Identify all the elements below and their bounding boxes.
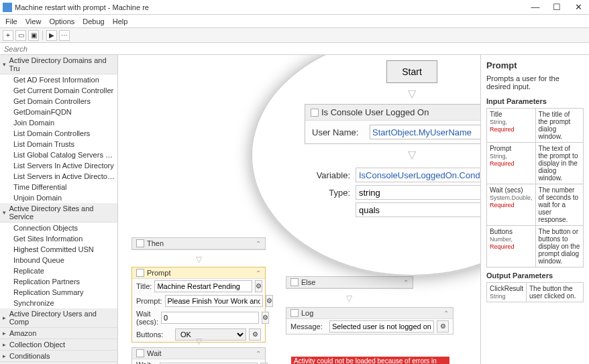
sidebar-item[interactable]: Get Current Domain Controller bbox=[0, 85, 117, 96]
isconsoleuser-block[interactable]: Is Console User Logged On⌃ User Name:🔗 bbox=[305, 104, 480, 144]
group-label: Active Directory Domains and Tru bbox=[9, 56, 115, 72]
collapse-icon[interactable]: ⌃ bbox=[443, 310, 449, 317]
group-label: Active Directory Users and Comp bbox=[9, 310, 115, 326]
sidebar-item[interactable]: Get AD Forest Information bbox=[0, 74, 117, 85]
close-button[interactable]: ✕ bbox=[570, 2, 586, 12]
required-tag: Required bbox=[490, 160, 515, 167]
sidebar-item[interactable]: Time Differential bbox=[0, 182, 117, 192]
variable-input[interactable] bbox=[356, 168, 480, 182]
window-icon[interactable]: ▭ bbox=[15, 30, 26, 41]
sidebar-item[interactable]: Inbound Queue bbox=[0, 255, 117, 265]
sidebar-item[interactable]: List Servers in Active Directory by bbox=[0, 171, 117, 182]
magnifier-lens: Start ▽ Is Console User Logged On⌃ User … bbox=[251, 55, 480, 276]
sidebar-group[interactable]: ▾Active Directory Sites and Service bbox=[0, 203, 117, 223]
expand-icon[interactable]: ▾ bbox=[3, 61, 9, 68]
play-icon[interactable]: ▶ bbox=[46, 30, 57, 41]
param-name: ClickResult bbox=[490, 285, 523, 292]
sidebar-item[interactable]: List Domain Controllers bbox=[0, 128, 117, 139]
minimize-button[interactable]: — bbox=[527, 2, 543, 12]
log-head: Log bbox=[301, 309, 313, 317]
collapse-icon[interactable]: ⌃ bbox=[256, 350, 261, 357]
sidebar-item[interactable]: Replication Partners bbox=[0, 276, 117, 287]
sidebar-item[interactable]: Join Domain bbox=[0, 117, 117, 128]
link-icon[interactable]: ⚙ bbox=[262, 312, 269, 324]
sidebar-item[interactable]: Get Domain Controllers bbox=[0, 96, 117, 107]
link-icon[interactable]: ⚙ bbox=[437, 320, 449, 332]
link-icon[interactable]: ⚙ bbox=[255, 280, 262, 292]
prompt-input[interactable] bbox=[165, 295, 263, 307]
input-params-head: Input Parameters bbox=[486, 97, 584, 105]
menu-file[interactable]: File bbox=[1, 17, 21, 25]
param-desc: The title of the prompt dialog window. bbox=[535, 109, 583, 143]
plus-icon[interactable]: + bbox=[3, 30, 13, 41]
sidebar-item[interactable]: Synchronize bbox=[0, 298, 117, 308]
sidebar-group[interactable]: ▸Conditionals bbox=[0, 351, 117, 362]
sidebar-item[interactable]: Get Sites Information bbox=[0, 233, 117, 244]
props-title: Prompt bbox=[486, 60, 584, 70]
variable-label: Variable: bbox=[307, 170, 350, 180]
expand-icon[interactable]: ▾ bbox=[3, 209, 9, 216]
more-icon[interactable]: ⋯ bbox=[59, 30, 70, 41]
condition-block[interactable]: Variable: Type: bbox=[305, 166, 480, 219]
expand-icon[interactable]: ▸ bbox=[3, 314, 9, 321]
param-desc: The button the user clicked on. bbox=[527, 283, 584, 302]
prompt-block[interactable]: Prompt⌃ Title:⚙ Prompt:⚙ Wait (secs):⚙ B… bbox=[131, 267, 266, 343]
sidebar-item[interactable]: Connection Objects bbox=[0, 223, 117, 233]
waitsecs-label: Wait (secs): bbox=[136, 310, 158, 326]
activity-icon bbox=[311, 109, 319, 117]
sidebar-group[interactable]: ▸Amazon bbox=[0, 328, 117, 339]
wait-input[interactable] bbox=[161, 312, 259, 324]
type-input[interactable] bbox=[356, 185, 480, 200]
sidebar-group[interactable]: ▾Active Directory Domains and Tru bbox=[0, 55, 117, 74]
menu-view[interactable]: View bbox=[21, 17, 46, 25]
else-block[interactable]: Else⌃ bbox=[286, 276, 413, 289]
group-label: Conditionals bbox=[9, 352, 50, 360]
group-label: Amazon bbox=[9, 329, 36, 337]
group-label: Active Directory Sites and Service bbox=[9, 204, 115, 221]
wait-head: Wait bbox=[147, 349, 162, 357]
sidebar-group[interactable]: ▸Collection Object bbox=[0, 339, 117, 351]
sidebar-item[interactable]: List Global Catalog Servers Inform bbox=[0, 149, 117, 160]
quals-input[interactable] bbox=[356, 202, 480, 217]
link-icon[interactable]: ⚙ bbox=[266, 295, 273, 307]
expand-icon[interactable]: ▸ bbox=[3, 353, 9, 359]
username-input[interactable] bbox=[370, 125, 480, 139]
maximize-button[interactable]: ☐ bbox=[549, 2, 565, 12]
sidebar-item[interactable]: Highest Committed USN bbox=[0, 244, 117, 255]
param-name: Prompt bbox=[490, 145, 533, 152]
username-label: User Name: bbox=[312, 127, 367, 137]
required-tag: Required bbox=[490, 243, 515, 250]
sidebar-item[interactable]: Unjoin Domain bbox=[0, 192, 117, 203]
param-row: ButtonsNumber, RequiredThe button or but… bbox=[487, 226, 584, 267]
menubar: File View Options Debug Help bbox=[0, 15, 589, 28]
log-block[interactable]: Log⌃ Message:⚙ bbox=[286, 307, 453, 335]
collapse-icon[interactable]: ⌃ bbox=[256, 269, 261, 277]
sidebar-item[interactable]: Replicate bbox=[0, 265, 117, 276]
box-icon[interactable]: ▣ bbox=[28, 30, 39, 41]
link-icon[interactable]: ⚙ bbox=[249, 328, 261, 341]
sidebar-item[interactable]: GetDomainFQDN bbox=[0, 107, 117, 117]
properties-panel: Prompt Prompts a user for the desired in… bbox=[480, 55, 589, 364]
menu-debug[interactable]: Debug bbox=[78, 17, 108, 25]
param-name: Wait (secs) bbox=[490, 186, 533, 194]
collapse-icon[interactable]: ⌃ bbox=[256, 240, 261, 247]
sidebar-item[interactable]: Replication Summary bbox=[0, 287, 117, 298]
message-input[interactable] bbox=[329, 320, 434, 332]
wait-icon bbox=[136, 349, 144, 357]
then-block[interactable]: Then⌃ bbox=[131, 237, 266, 250]
start-button[interactable]: Start bbox=[386, 60, 437, 83]
sidebar-group[interactable]: ▸Active Directory Users and Comp bbox=[0, 308, 117, 328]
menu-options[interactable]: Options bbox=[45, 17, 78, 25]
collapse-icon[interactable]: ⌃ bbox=[403, 279, 409, 286]
menu-help[interactable]: Help bbox=[109, 17, 132, 25]
expand-icon[interactable]: ▸ bbox=[3, 330, 9, 337]
sidebar-item[interactable]: List Domain Trusts bbox=[0, 139, 117, 149]
search-input[interactable] bbox=[0, 43, 589, 54]
workflow-canvas[interactable]: Then⌃ ▽ Prompt⌃ Title:⚙ Prompt:⚙ Wait (s… bbox=[118, 55, 480, 364]
wait-block[interactable]: Wait⌃ Wait (sec.):⚙ bbox=[131, 347, 266, 364]
sidebar-item[interactable]: List Servers In Active Directory bbox=[0, 160, 117, 171]
param-type: Number, bbox=[490, 236, 513, 243]
expand-icon[interactable]: ▸ bbox=[3, 341, 9, 348]
title-input[interactable] bbox=[154, 280, 252, 292]
buttons-select[interactable]: OK bbox=[175, 328, 246, 341]
